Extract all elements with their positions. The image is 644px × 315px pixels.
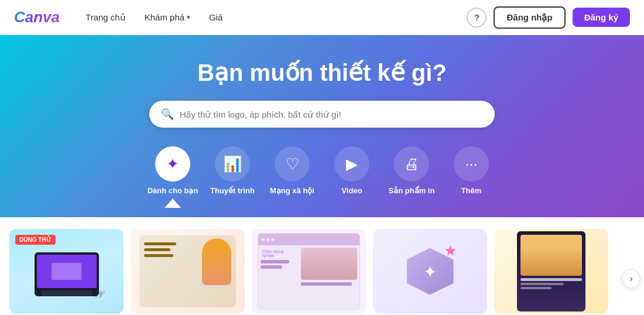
nav-kham-pha[interactable]: Khám phá ▾	[138, 8, 197, 27]
cards-section: DÙNG THỬ ☞ Dùng thử Canva	[0, 217, 644, 315]
card-dung-thu-canva[interactable]: DÙNG THỬ ☞ Dùng thử Canva	[9, 229, 124, 315]
chevron-down-icon: ▾	[187, 13, 190, 21]
pres-dot-3	[271, 238, 274, 241]
pres-right	[299, 245, 359, 309]
pres-text-3	[301, 282, 351, 286]
pres-left: Chân dungtự họa	[258, 245, 299, 309]
pres-body: Chân dungtự họa	[258, 245, 360, 309]
search-icon: 🔍	[161, 108, 174, 121]
poster-text-3	[520, 287, 551, 289]
pres-text-2	[261, 265, 282, 269]
category-danh-cho-ban[interactable]: ✦ Dành cho bạn	[146, 146, 199, 217]
category-label-video: Video	[341, 186, 362, 195]
text-line-2	[144, 248, 170, 251]
card-image-thuyet-trinh: Chân dungtự họa	[252, 229, 366, 314]
hero-title: Bạn muốn thiết kế gì?	[12, 59, 632, 87]
poster-wrap	[494, 229, 608, 314]
logo-accent	[445, 245, 457, 257]
logo-thumb: ✦	[373, 229, 487, 314]
pres-title: Chân dungtự họa	[261, 248, 296, 260]
category-icon-them: ···	[454, 146, 489, 182]
category-icon-thuyet-trinh: 📊	[215, 146, 250, 182]
text-lines	[144, 242, 176, 260]
header-right: ? Đăng nhập Đăng ký	[467, 6, 630, 29]
category-label-them: Thêm	[461, 186, 482, 195]
laptop-screen-inner	[52, 263, 81, 280]
poster-text-2	[520, 283, 564, 285]
person-silhouette	[202, 238, 231, 285]
search-input[interactable]	[180, 109, 483, 119]
categories-row: ✦ Dành cho bạn 📊 Thuyết trình ♡ Mạng xã …	[12, 146, 632, 217]
login-button[interactable]: Đăng nhập	[494, 6, 565, 29]
pres-dot-1	[262, 238, 265, 241]
category-icon-san-pham-in: 🖨	[394, 146, 429, 182]
category-label-san-pham-in: Sản phẩm in	[389, 186, 435, 195]
laptop-screen	[37, 255, 97, 288]
logo[interactable]: Canva	[14, 8, 60, 26]
laptop-shape	[35, 252, 99, 296]
pres-dot-2	[266, 238, 269, 241]
pres-text-1	[261, 260, 289, 263]
poster-person	[520, 235, 582, 276]
cursor-icon: ☞	[94, 287, 106, 302]
nav-gia[interactable]: Giá	[202, 8, 229, 27]
category-thuyet-trinh[interactable]: 📊 Thuyết trình	[206, 146, 259, 217]
category-mang-xa-hoi[interactable]: ♡ Mạng xã hội	[266, 146, 318, 217]
dung-thu-badge: DÙNG THỬ	[15, 235, 56, 245]
card-image-ap-phich	[494, 229, 608, 314]
signup-button[interactable]: Đăng ký	[573, 8, 630, 27]
video-inner	[139, 235, 237, 307]
category-icon-danh-cho-ban: ✦	[155, 146, 190, 182]
category-video[interactable]: ▶ Video	[326, 146, 378, 217]
logo-text: Canva	[14, 8, 60, 26]
hero-section: Bạn muốn thiết kế gì? 🔍 ✦ Dành cho bạn 📊…	[0, 35, 644, 217]
card-logo[interactable]: ✦ Logo	[373, 229, 487, 315]
laptop-base	[41, 290, 93, 296]
poster-thumb	[517, 231, 585, 312]
card-image-dung-thu: DÙNG THỬ ☞	[9, 229, 124, 314]
card-image-video	[131, 229, 245, 314]
text-line-1	[144, 242, 176, 245]
pres-dots	[262, 238, 274, 241]
next-arrow-button[interactable]: ›	[622, 269, 640, 288]
main-nav: Trang chủ Khám phá ▾ Giá	[78, 8, 467, 28]
card-ap-phich[interactable]: Áp phích	[494, 229, 608, 315]
card-thuyet-trinh[interactable]: Chân dungtự họa Bản thuyết trình (16:9)	[252, 229, 366, 315]
presentation-thumb: Chân dungtự họa	[258, 233, 361, 310]
pres-image	[301, 248, 357, 280]
poster-text-1	[520, 278, 582, 281]
category-icon-video: ▶	[334, 146, 369, 182]
category-label-danh-cho-ban: Dành cho bạn	[148, 186, 198, 195]
category-label-thuyet-trinh: Thuyết trình	[210, 186, 255, 195]
pres-header	[258, 234, 360, 245]
help-button[interactable]: ?	[467, 8, 487, 28]
category-san-pham-in[interactable]: 🖨 Sản phẩm in	[385, 146, 438, 217]
logo-star-icon: ✦	[423, 262, 437, 281]
header: Canva Trang chủ Khám phá ▾ Giá ? Đăng nh…	[0, 0, 644, 35]
video-thumb	[131, 229, 245, 314]
category-them[interactable]: ··· Thêm	[445, 146, 498, 217]
category-label-mang-xa-hoi: Mạng xã hội	[270, 186, 314, 195]
card-image-logo: ✦	[373, 229, 487, 314]
text-line-3	[144, 254, 173, 257]
card-video[interactable]: Video	[131, 229, 245, 315]
logo-shape: ✦	[407, 248, 454, 295]
nav-trang-chu[interactable]: Trang chủ	[78, 8, 133, 28]
active-indicator	[165, 198, 181, 208]
category-icon-mang-xa-hoi: ♡	[275, 146, 310, 182]
search-bar: 🔍	[149, 101, 495, 128]
